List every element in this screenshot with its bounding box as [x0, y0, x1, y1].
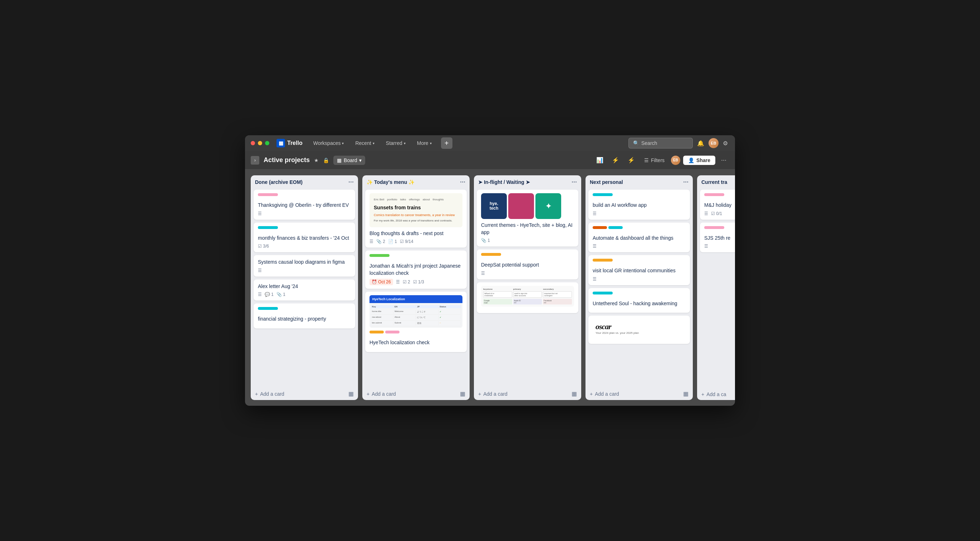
column-title-done: Done (archive EOM) — [255, 179, 302, 185]
column-header-today: ✨ Today's menu ✨ ··· — [362, 175, 469, 188]
column-menu-next[interactable]: ··· — [683, 179, 689, 185]
card-untethered[interactable]: Untethered Soul - hacking awakeming — [589, 288, 690, 313]
add-card-today[interactable]: + Add a card ▦ — [362, 388, 469, 400]
add-icon: + — [590, 391, 593, 397]
close-button[interactable] — [251, 141, 255, 145]
more-nav[interactable]: More ▾ — [414, 138, 435, 148]
starred-chevron: ▾ — [404, 141, 406, 145]
workspaces-nav[interactable]: Workspaces ▾ — [310, 138, 348, 148]
meta-lines: ☰ — [396, 280, 400, 285]
star-icon[interactable]: ★ — [314, 158, 319, 163]
trello-icon: ▦ — [277, 139, 285, 147]
add-card-next[interactable]: + Add a card ▦ — [585, 388, 693, 400]
meta-lines: ☰ — [704, 243, 708, 249]
card-title: SJS 25th re — [704, 235, 735, 242]
board-header-right: 📊 ⚡ ⚡ ☰ Filters EB 👤 Share ··· — [593, 154, 729, 165]
card-hyetech[interactable]: hye.tech ✦ Current themes - HyeTech, sit — [477, 189, 578, 247]
settings-icon[interactable]: ⚙ — [721, 138, 729, 148]
card-financial[interactable]: financial strategizing - property — [254, 304, 355, 328]
card-title: Alex letter Aug '24 — [258, 283, 351, 290]
column-menu-done[interactable]: ··· — [348, 179, 354, 185]
card-title: HyeTech localization check — [369, 339, 463, 346]
card-alex[interactable]: Alex letter Aug '24 ☰ 💬 1 📎 1 — [254, 280, 355, 301]
add-card-inflight[interactable]: + Add a card ▦ — [474, 388, 581, 400]
meta-doc: 📄 1 — [388, 239, 397, 244]
add-card-label: Add a card — [260, 391, 284, 397]
add-card-label: Add a card — [483, 391, 508, 397]
card-meta: ☰ — [481, 271, 574, 276]
add-card-done[interactable]: + Add a card ▦ — [251, 388, 358, 400]
power-ups-icon[interactable]: ⚡ — [609, 155, 622, 165]
card-jonathan[interactable]: Jonathan & Micah's jrnl project Japanese… — [365, 250, 467, 289]
card-finances[interactable]: monthly finances & biz transfers - '24 O… — [254, 223, 355, 253]
card-title: Systems causal loop diagrams in figma — [258, 259, 351, 266]
card-title: Blog thoughts & drafts - next post — [369, 230, 463, 237]
card-meta: ☰ — [593, 211, 686, 216]
card-blog[interactable]: Eric Bell portfolio talks offerings abou… — [365, 189, 467, 248]
card-automate[interactable]: Automate & dashboard all the things ☰ — [589, 223, 690, 253]
board-title: Active projects — [264, 156, 310, 164]
board-view-label: Board — [344, 158, 357, 163]
create-button[interactable]: + — [441, 137, 452, 149]
cards-today: Eric Bell portfolio talks offerings abou… — [362, 188, 469, 386]
card-ai-workflow[interactable]: build an AI workflow app ☰ — [589, 189, 690, 220]
meta-check: ☑ 3/6 — [258, 243, 269, 249]
automation-icon[interactable]: ⚡ — [625, 155, 638, 165]
column-menu-inflight[interactable]: ··· — [571, 179, 577, 185]
column-header-current: Current tra ··· — [697, 175, 735, 188]
column-menu-today[interactable]: ··· — [460, 179, 465, 185]
card-thanksgiving[interactable]: Thanksgiving @ Oberlin - try different E… — [254, 189, 355, 220]
card-template-icon[interactable]: ▦ — [683, 390, 689, 397]
card-oscar[interactable]: oscar Your 2024 plan vs. your 2025 plan — [589, 316, 690, 344]
card-meta: ☰ — [258, 268, 351, 273]
maximize-button[interactable] — [265, 141, 269, 145]
card-label-red — [593, 226, 607, 229]
recent-nav[interactable]: Recent ▾ — [352, 138, 378, 148]
meta-lines: ☰ — [593, 277, 597, 282]
app-window: ▦ Trello Workspaces ▾ Recent ▾ Starred ▾… — [245, 135, 735, 406]
card-deepsat[interactable]: DeepSat potential support ☰ — [477, 250, 578, 280]
card-title: DeepSat potential support — [481, 261, 574, 269]
card-title: visit local GR intentional communities — [593, 267, 686, 274]
card-meta: ☰ 📎 2 📄 1 ☑ 9/14 — [369, 239, 463, 244]
search-icon: 🔍 — [633, 140, 639, 146]
board-avatar: EB — [671, 156, 680, 165]
card-meta: 📎 1 — [481, 238, 574, 243]
column-inflight: ➤ In-flight / Waiting ➤ ··· hye.tech — [474, 175, 581, 400]
card-meta: ⏰ Oct 26 ☰ ☑ 2 ☑ 1/3 — [369, 279, 463, 285]
card-image-spreadsheet: HyeTech Localization Key EN JP Status ho… — [369, 295, 463, 328]
card-meta: ☑ 3/6 — [258, 243, 351, 249]
search-input[interactable]: 🔍 Search — [628, 138, 693, 148]
card-meta: ☰ — [593, 243, 686, 249]
card-template-icon[interactable]: ▦ — [460, 390, 465, 397]
card-systems[interactable]: Systems causal loop diagrams in figma ☰ — [254, 255, 355, 277]
sidebar-toggle[interactable]: › — [251, 156, 259, 165]
card-title: build an AI workflow app — [593, 202, 686, 209]
analytics-icon[interactable]: 📊 — [593, 155, 606, 165]
add-card-label: Add a card — [595, 391, 619, 397]
board-view-toggle[interactable]: ▦ Board ▾ — [333, 156, 365, 165]
card-sjs[interactable]: SJS 25th re ☰ — [700, 223, 735, 253]
add-card-current[interactable]: + Add a ca — [697, 388, 735, 400]
card-meta: ☰ 💬 1 📎 1 — [258, 292, 351, 297]
card-visit-gr[interactable]: visit local GR intentional communities ☰ — [589, 255, 690, 285]
share-button[interactable]: 👤 Share — [683, 156, 715, 165]
minimize-button[interactable] — [258, 141, 262, 145]
cards-done: Thanksgiving @ Oberlin - try different E… — [251, 188, 358, 386]
meta-lines: ☰ — [704, 211, 708, 216]
card-label — [258, 226, 278, 229]
card-passwords[interactable]: keystone primary secondary fallback id o… — [477, 282, 578, 313]
card-label — [258, 307, 278, 310]
meta-checkitem: ☑ 1/3 — [413, 280, 424, 285]
card-mj-holiday[interactable]: M&J holiday ☰ ☑ 0/1 — [700, 189, 735, 220]
more-options-icon[interactable]: ··· — [718, 154, 729, 165]
card-spreadsheet[interactable]: HyeTech Localization Key EN JP Status ho… — [365, 291, 467, 352]
filters-button[interactable]: ☰ Filters — [641, 156, 668, 165]
card-template-icon[interactable]: ▦ — [571, 390, 577, 397]
column-header-inflight: ➤ In-flight / Waiting ➤ ··· — [474, 175, 581, 188]
avatar[interactable]: EB — [708, 138, 719, 148]
starred-nav[interactable]: Starred ▾ — [382, 138, 409, 148]
meta-attach: 📎 1 — [481, 238, 490, 243]
notification-icon[interactable]: 🔔 — [696, 138, 706, 148]
card-template-icon[interactable]: ▦ — [348, 390, 354, 397]
